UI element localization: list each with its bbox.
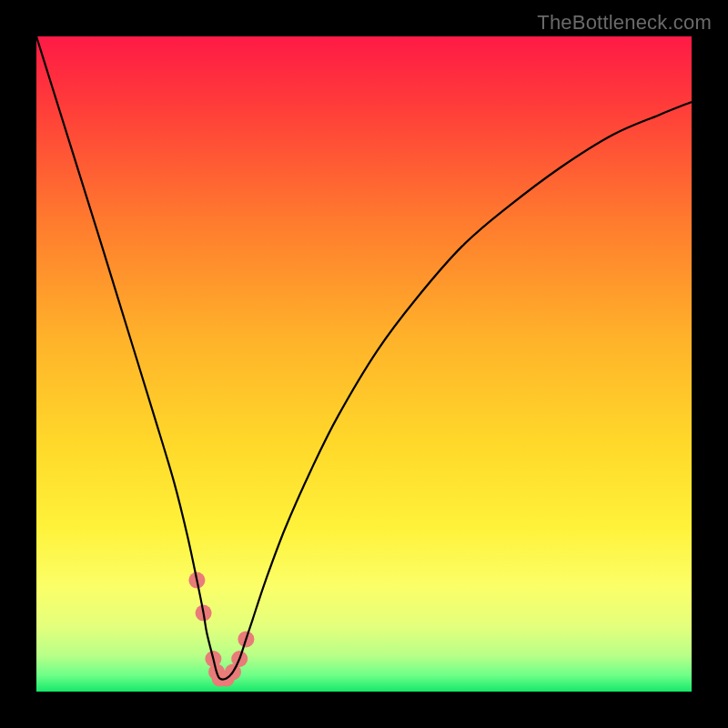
chart-svg — [36, 36, 692, 692]
watermark-text: TheBottleneck.com — [537, 11, 712, 35]
chart-frame: TheBottleneck.com — [0, 0, 728, 728]
gradient-background — [36, 36, 692, 692]
plot-area — [36, 36, 692, 692]
